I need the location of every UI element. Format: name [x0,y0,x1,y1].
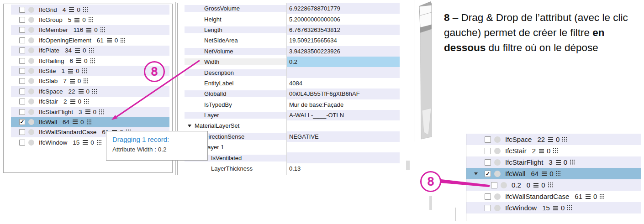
property-value: Mur de base:Façade [286,99,400,110]
row-checkbox[interactable]: ✓ [19,119,25,125]
property-value: 19.509215665634 [286,35,400,46]
entity-label: IfcWindow [505,204,537,212]
list-icon [533,183,538,188]
property-name: IsVentilated [211,155,242,161]
row-checkbox[interactable] [19,68,25,74]
row-checkbox[interactable] [19,89,25,94]
row-checkbox[interactable] [485,148,491,154]
row-checkbox[interactable] [19,17,25,23]
property-name-cell: Width [185,58,286,65]
property-row-layer[interactable]: LayerA-WALL-____-OTLN [185,110,400,120]
tree-row-ifcwindow[interactable]: IfcWindow150 [466,202,641,214]
property-name-cell: GlobalId [185,90,286,97]
tree-row-ifcwall[interactable]: ✓IfcWall640 [466,168,641,179]
property-row-netvolume[interactable]: NetVolume3.94283500223926 [185,46,400,57]
property-value: 4084 [286,78,400,89]
tree-row-ifcplate[interactable]: IfcPlate340 [11,46,169,56]
list-icon [76,58,81,63]
property-name-cell: GrossVolume [185,5,286,12]
expanded-triangle-icon[interactable] [188,125,191,127]
tree-row-ifcspace[interactable]: IfcSpace220 [11,86,169,96]
tree-row-ifcgroup[interactable]: IfcGroup50 [11,15,169,25]
property-row-description[interactable]: Description [185,67,400,78]
tree-row-ifcspace[interactable]: IfcSpace220 [466,134,641,145]
property-value: 6.76763263543812 [286,25,400,35]
row-checkbox[interactable] [19,58,25,64]
property-row-materiallayerset[interactable]: MaterialLayerSet [185,120,400,131]
grid-icon [100,27,106,32]
row-checkbox[interactable] [19,129,25,135]
property-row-globalid[interactable]: GlobalId00i0L4JB55TfF6gXtB6hAF [185,89,400,99]
property-row-istypedby[interactable]: IsTypedByMur de base:Façade [185,99,400,110]
property-row-width[interactable]: Width0.2 [185,57,400,67]
grid-icon [570,160,575,165]
status-circle-icon [494,159,501,166]
property-row-layer-1[interactable]: Layer 1 [185,142,400,152]
tree-row-ifcgrid[interactable]: IfcGrid40 [11,5,169,15]
note-text: gauche) permet de créer le filtre [444,27,592,38]
property-name: Width [204,58,219,65]
property-row-layerthickness[interactable]: LayerThickness0.13 [185,163,400,174]
row-checkbox[interactable] [19,27,25,33]
property-row-entitylabel[interactable]: EntityLabel4084 [185,78,400,89]
grid-icon [567,205,573,210]
property-row-grossvolume[interactable]: GrossVolume6.92286788701779 [185,3,400,14]
tree-expander[interactable] [473,172,485,175]
tree-row-ifcwallstandardcase[interactable]: IfcWallStandardCase610 [466,191,641,202]
row-checkbox[interactable] [491,182,497,188]
tree-row-ifcstair[interactable]: IfcStair20 [11,97,169,107]
list-icon [75,48,80,53]
zero-count: 0 [82,16,86,23]
row-checkbox[interactable] [19,47,25,53]
instance-count: 22 [537,135,545,143]
entity-label: IfcStairFlight [39,109,73,115]
instance-count: 3 [79,109,82,115]
property-name: GrossVolume [204,5,240,12]
row-checkbox[interactable] [19,99,25,104]
column-divider[interactable] [286,3,287,175]
row-checkbox[interactable] [485,193,491,200]
row-checkbox[interactable] [19,140,25,146]
note-line-3: dessous du filtre où on le dépose [444,40,644,55]
status-circle-icon [28,140,34,146]
property-row-isventilated[interactable]: IsVentilated [185,152,400,163]
tree-row-0-2[interactable]: 0.200 [466,179,641,191]
row-checkbox[interactable]: ✓ [485,171,491,177]
tree-row-ifcstair[interactable]: IfcStair20 [466,145,641,156]
list-icon [68,69,73,73]
list-icon [553,206,558,210]
property-name: Layer [204,112,219,119]
property-value: 00i0L4JB55TfF6gXtB6hAF [286,89,400,99]
row-checkbox[interactable] [485,136,491,143]
zero-count: 0 [541,181,545,189]
zero-count: 0 [83,47,86,54]
row-checkbox[interactable] [19,109,25,115]
row-checkbox[interactable] [485,159,491,166]
property-name-cell: Description [185,69,286,76]
property-value: 6.92286788701779 [286,3,400,14]
property-row-netsidearea[interactable]: NetSideArea19.509215665634 [185,35,400,46]
property-name: EntityLabel [204,80,233,87]
screenshot-crop-artifact [429,196,432,210]
property-name: LayerThickness [211,165,253,172]
list-icon [85,109,90,114]
tree-row-ifcrailing[interactable]: IfcRailing60 [11,56,169,66]
viewport-3d-fragment [415,0,433,142]
status-circle-icon [28,58,34,64]
row-checkbox[interactable] [19,7,25,13]
tree-row-ifcstairflight[interactable]: IfcStairFlight30 [466,156,641,168]
tree-row-ifcmember[interactable]: IfcMember1160 [11,25,169,35]
row-checkbox[interactable] [485,205,491,211]
property-row-directionsense[interactable]: DirectionSenseNEGATIVE [185,131,400,142]
property-name: NetVolume [204,48,233,55]
row-checkbox[interactable] [19,78,25,84]
tree-row-ifcwall[interactable]: ✓IfcWall640 [11,117,169,127]
tree-row-ifcstairflight[interactable]: IfcStairFlight30 [11,107,169,117]
property-row-height[interactable]: Height5.20000000000006 [185,14,400,24]
instance-count: 61 [575,193,582,200]
property-name-cell: Height [185,16,286,23]
tree-row-ifcopeningelement[interactable]: IfcOpeningElement610 [11,35,169,45]
property-row-length[interactable]: Length6.76763263543812 [185,25,400,35]
row-checkbox[interactable] [19,37,25,43]
grid-icon [84,78,89,83]
